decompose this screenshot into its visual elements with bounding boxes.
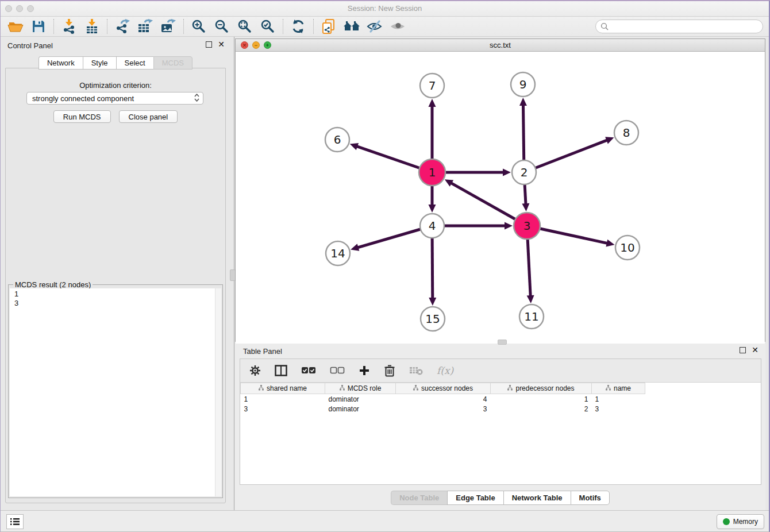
function-builder-icon[interactable]: f(x) — [437, 365, 453, 376]
graph-node-9[interactable]: 9 — [511, 72, 535, 97]
close-table-panel-icon[interactable]: ✕ — [752, 347, 759, 353]
zoom-fit-icon[interactable] — [233, 18, 256, 35]
horizontal-splitter-grip[interactable] — [498, 340, 507, 345]
export-table-icon[interactable] — [134, 18, 157, 35]
graph-node-14[interactable]: 14 — [326, 241, 350, 265]
import-table-icon[interactable] — [80, 18, 103, 35]
graph-node-1[interactable]: 1 — [419, 159, 445, 186]
column-header[interactable]: MCDS role — [325, 383, 396, 394]
network-frame-title: scc.txt — [236, 39, 765, 51]
tab-node-table[interactable]: Node Table — [391, 491, 447, 505]
zoom-out-icon[interactable] — [210, 18, 233, 35]
table-cell[interactable]: dominator — [325, 394, 396, 404]
overview-icon[interactable] — [340, 18, 363, 35]
graph-node-3[interactable]: 3 — [514, 213, 540, 239]
export-network-icon[interactable] — [111, 18, 134, 35]
svg-text:8: 8 — [623, 126, 630, 140]
table-row[interactable]: 3dominator323 — [241, 404, 645, 414]
tab-motifs[interactable]: Motifs — [571, 491, 610, 505]
float-table-panel-icon[interactable] — [740, 347, 746, 353]
settings-gear-icon[interactable] — [249, 365, 261, 376]
search-input[interactable] — [611, 22, 763, 32]
graph-node-8[interactable]: 8 — [614, 121, 638, 145]
optimization-dropdown[interactable]: strongly connected component — [26, 92, 203, 105]
tab-edge-table[interactable]: Edge Table — [447, 491, 503, 505]
tree-sort-icon — [606, 384, 611, 392]
edge-arrowhead — [429, 298, 436, 306]
deselect-all-icon[interactable] — [330, 367, 345, 375]
toolbar-separator — [183, 19, 184, 34]
zoom-selected-icon[interactable] — [256, 18, 279, 35]
column-header[interactable]: predecessor nodes — [491, 383, 592, 394]
result-scrollbar[interactable] — [215, 288, 221, 496]
network-canvas[interactable]: 7968124314101511 — [236, 52, 765, 344]
right-area: ✕ − + scc.txt 7968124314101511 Table Pan… — [234, 37, 769, 511]
refresh-icon[interactable] — [287, 18, 310, 35]
search-field[interactable] — [595, 20, 763, 33]
task-history-button[interactable] — [6, 514, 24, 529]
open-session-icon[interactable] — [4, 18, 27, 35]
export-image-icon[interactable] — [157, 18, 180, 35]
table-row[interactable]: 1dominator411 — [241, 394, 645, 404]
select-all-checks-icon[interactable] — [301, 367, 316, 375]
graph-node-2[interactable]: 2 — [512, 160, 536, 184]
graph-edge-2-8[interactable] — [524, 140, 607, 172]
table-cell[interactable]: 1 — [241, 394, 325, 404]
tab-mcds[interactable]: MCDS — [153, 56, 192, 70]
tree-sort-icon — [340, 384, 345, 392]
tab-select[interactable]: Select — [116, 56, 153, 70]
chevron-up-down-icon — [194, 94, 199, 103]
column-header[interactable]: shared name — [241, 383, 325, 394]
hide-details-icon[interactable] — [363, 18, 386, 35]
tab-network-table[interactable]: Network Table — [503, 491, 571, 505]
column-header[interactable]: successor nodes — [396, 383, 491, 394]
main-area: Control Panel ✕ Network Style Select MCD… — [1, 37, 769, 511]
network-frame-titlebar[interactable]: ✕ − + scc.txt — [236, 39, 765, 52]
table-cell[interactable]: 2 — [491, 404, 592, 414]
column-layout-icon[interactable] — [275, 365, 287, 376]
show-details-icon[interactable] — [386, 18, 409, 35]
run-mcds-button[interactable]: Run MCDS — [53, 110, 111, 123]
column-header[interactable]: name — [592, 383, 645, 394]
memory-button[interactable]: Memory — [717, 514, 764, 529]
close-panel-icon[interactable]: ✕ — [218, 41, 225, 48]
table-cell[interactable]: 3 — [592, 404, 645, 414]
delete-table-icon[interactable] — [409, 365, 423, 376]
tab-network[interactable]: Network — [38, 56, 83, 70]
zoom-in-icon[interactable] — [187, 18, 210, 35]
table-cell[interactable]: 1 — [592, 394, 645, 404]
table-cell[interactable]: 1 — [491, 394, 592, 404]
graph-node-15[interactable]: 15 — [421, 307, 445, 331]
svg-text:15: 15 — [425, 312, 440, 326]
graph-node-10[interactable]: 10 — [615, 236, 640, 260]
float-panel-icon[interactable] — [206, 41, 212, 48]
close-panel-button[interactable]: Close panel — [119, 110, 178, 123]
maximize-window-icon[interactable] — [27, 5, 34, 12]
first-neighbors-icon[interactable] — [317, 18, 340, 35]
close-window-icon[interactable] — [5, 5, 12, 12]
table-cell[interactable]: dominator — [325, 404, 396, 414]
graph-node-11[interactable]: 11 — [519, 304, 544, 329]
edge-arrowhead — [527, 295, 534, 303]
table-cell[interactable]: 3 — [396, 404, 491, 414]
list-icon — [10, 518, 20, 526]
graph-node-6[interactable]: 6 — [325, 128, 349, 152]
minimize-window-icon[interactable] — [16, 5, 23, 12]
add-column-icon[interactable] — [359, 365, 370, 376]
svg-text:6: 6 — [334, 133, 341, 147]
frame-minimize-icon[interactable]: − — [252, 41, 260, 49]
save-session-icon[interactable] — [27, 18, 50, 35]
frame-zoom-icon[interactable]: + — [264, 41, 271, 49]
edge-arrowhead — [522, 203, 529, 211]
tab-style[interactable]: Style — [83, 56, 116, 70]
network-view-frame: ✕ − + scc.txt 7968124314101511 — [235, 38, 765, 342]
table-cell[interactable]: 4 — [396, 394, 491, 404]
memory-status-icon — [723, 518, 730, 525]
svg-text:9: 9 — [519, 78, 527, 91]
delete-column-icon[interactable] — [384, 364, 395, 377]
frame-close-icon[interactable]: ✕ — [241, 41, 248, 49]
table-cell[interactable]: 3 — [241, 404, 325, 414]
import-network-icon[interactable] — [57, 18, 80, 35]
graph-node-7[interactable]: 7 — [420, 74, 444, 98]
graph-node-4[interactable]: 4 — [420, 214, 444, 238]
